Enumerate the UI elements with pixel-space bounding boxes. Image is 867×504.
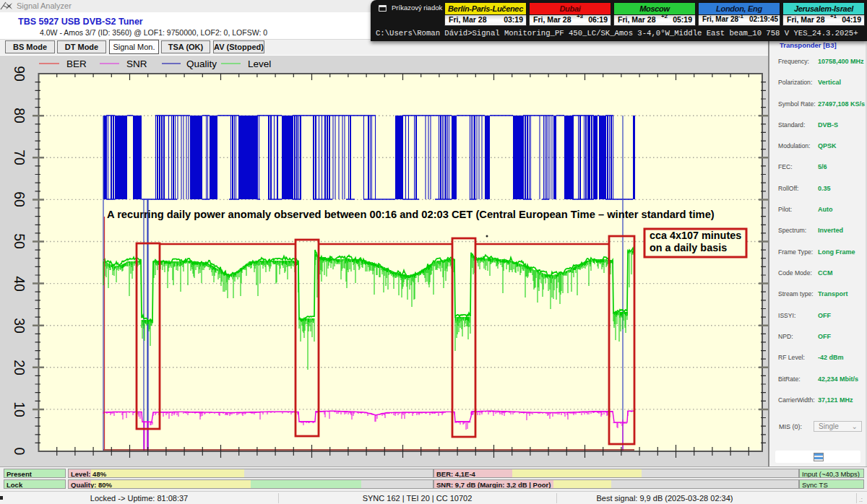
svg-text:80: 80 (12, 108, 27, 123)
svg-text:Level: Level (248, 58, 271, 69)
svg-text:BER: BER (66, 58, 87, 69)
svg-text:0: 0 (12, 448, 27, 456)
svg-text:40: 40 (12, 276, 27, 292)
svg-text:SNR: SNR (126, 58, 147, 69)
svg-text:Quality: Quality (186, 58, 217, 69)
svg-text:A recurring daily power anomal: A recurring daily power anomaly observed… (107, 209, 715, 220)
svg-text:70: 70 (12, 149, 27, 165)
svg-text:cca 4x107 minutes: cca 4x107 minutes (650, 230, 741, 241)
svg-text:on a daily basis: on a daily basis (650, 242, 727, 253)
svg-text:60: 60 (12, 191, 27, 207)
svg-text:30: 30 (12, 318, 27, 334)
svg-text:50: 50 (12, 233, 27, 249)
svg-text:20: 20 (12, 360, 27, 375)
svg-text:10: 10 (12, 401, 27, 417)
svg-text:90: 90 (12, 66, 27, 82)
